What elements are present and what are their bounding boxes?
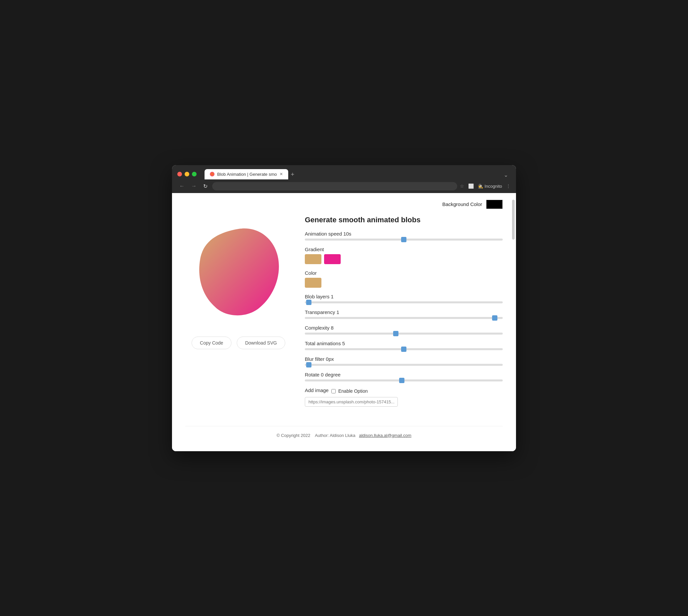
download-svg-button[interactable]: Download SVG <box>237 336 285 349</box>
transparency-slider[interactable] <box>305 317 503 319</box>
browser-tab[interactable]: Blob Animation | Generate smo ✕ <box>205 169 288 179</box>
total-animations-thumb[interactable] <box>401 347 407 352</box>
gradient-label: Gradient <box>305 246 503 252</box>
color-label: Color <box>305 270 503 276</box>
controls-area: Generate smooth animated blobs Animation… <box>305 216 503 413</box>
blob-layers-control: Blob layers 1 <box>305 294 503 303</box>
color-swatches <box>305 278 503 288</box>
complexity-control: Complexity 8 <box>305 325 503 335</box>
color-swatch[interactable] <box>305 278 321 288</box>
incognito-label: Incognito <box>484 184 502 189</box>
enable-option-checkbox[interactable] <box>331 389 336 393</box>
rotate-control: Rotate 0 degree <box>305 372 503 381</box>
blur-filter-label: Blur filter 0px <box>305 356 503 362</box>
complexity-slider[interactable] <box>305 333 503 335</box>
tab-favicon-icon <box>210 172 214 176</box>
back-button[interactable]: ← <box>177 182 187 190</box>
blob-layers-slider[interactable] <box>305 301 503 303</box>
minimize-button[interactable] <box>185 172 189 176</box>
tab-menu-icon[interactable]: ⌄ <box>501 171 511 179</box>
tabs-bar: Blob Animation | Generate smo ✕ + ⌄ <box>205 169 511 179</box>
incognito-badge: 🕵 Incognito <box>478 184 502 189</box>
browser-window: Blob Animation | Generate smo ✕ + ⌄ ← → … <box>172 165 516 451</box>
tab-close-icon[interactable]: ✕ <box>280 172 283 176</box>
bookmark-icon[interactable]: ☆ <box>460 183 464 189</box>
footer: © Copyright 2022 Author: Aldison Lluka a… <box>185 426 503 438</box>
maximize-button[interactable] <box>192 172 197 176</box>
scrollbar[interactable] <box>512 193 515 451</box>
rotate-thumb[interactable] <box>399 378 405 383</box>
add-image-control: Add image Enable Option <box>305 388 503 407</box>
author-email-link[interactable]: aldison.lluka.al@gmail.com <box>359 433 411 438</box>
url-input[interactable]: https://blobanimation.com <box>212 182 457 190</box>
complexity-thumb[interactable] <box>393 331 398 336</box>
animation-speed-slider[interactable] <box>305 239 503 241</box>
section-title: Generate smooth animated blobs <box>305 216 503 224</box>
animation-speed-label: Animation speed 10s <box>305 231 503 237</box>
forward-button[interactable]: → <box>189 182 199 190</box>
rotate-slider[interactable] <box>305 379 503 381</box>
blob-layers-label: Blob layers 1 <box>305 294 503 299</box>
animation-speed-control: Animation speed 10s <box>305 231 503 241</box>
top-bar: Background Color <box>185 200 503 209</box>
enable-option-label: Enable Option <box>338 389 368 394</box>
rotate-label: Rotate 0 degree <box>305 372 503 377</box>
title-bar: Blob Animation | Generate smo ✕ + ⌄ <box>172 165 516 179</box>
transparency-label: Transparency 1 <box>305 309 503 315</box>
gradient-color1-swatch[interactable] <box>305 254 321 264</box>
tab-title: Blob Animation | Generate smo <box>217 172 277 177</box>
author-text: Author: Aldison Lluka <box>315 433 355 438</box>
background-color-label: Background Color <box>442 201 482 207</box>
total-animations-slider[interactable] <box>305 348 503 350</box>
scrollbar-thumb[interactable] <box>512 200 515 240</box>
browser-actions: ☆ ⬜ 🕵 Incognito ⋮ <box>460 183 511 189</box>
total-animations-label: Total animations 5 <box>305 340 503 346</box>
blob-container <box>185 216 292 329</box>
browser-chrome: Blob Animation | Generate smo ✕ + ⌄ ← → … <box>172 165 516 193</box>
transparency-control: Transparency 1 <box>305 309 503 319</box>
gradient-swatches <box>305 254 503 264</box>
background-color-swatch[interactable] <box>486 200 503 209</box>
reload-button[interactable]: ↻ <box>201 182 209 190</box>
animation-speed-thumb[interactable] <box>401 237 407 242</box>
complexity-label: Complexity 8 <box>305 325 503 331</box>
new-tab-button[interactable]: + <box>288 170 297 179</box>
gradient-control: Gradient <box>305 246 503 264</box>
close-button[interactable] <box>177 172 182 176</box>
image-url-input[interactable] <box>305 397 398 407</box>
blob-layers-thumb[interactable] <box>306 300 312 305</box>
blob-preview <box>192 222 285 322</box>
total-animations-control: Total animations 5 <box>305 340 503 350</box>
copyright-text: © Copyright 2022 <box>277 433 310 438</box>
gradient-color2-swatch[interactable] <box>324 254 341 264</box>
blur-filter-control: Blur filter 0px <box>305 356 503 366</box>
page-content: Background Color <box>172 193 516 451</box>
add-image-label: Add image <box>305 388 329 393</box>
blur-filter-thumb[interactable] <box>306 362 312 368</box>
incognito-icon: 🕵 <box>478 184 483 189</box>
blob-area: Copy Code Download SVG <box>185 216 292 349</box>
split-view-icon[interactable]: ⬜ <box>468 183 474 189</box>
transparency-thumb[interactable] <box>492 315 498 321</box>
traffic-lights <box>177 172 197 176</box>
add-image-row: Add image Enable Option <box>305 388 503 395</box>
main-layout: Copy Code Download SVG Generate smooth a… <box>185 216 503 413</box>
blob-buttons: Copy Code Download SVG <box>191 336 285 349</box>
color-control: Color <box>305 270 503 288</box>
address-bar: ← → ↻ https://blobanimation.com ☆ ⬜ 🕵 In… <box>172 179 516 193</box>
more-options-icon[interactable]: ⋮ <box>506 183 511 189</box>
copy-code-button[interactable]: Copy Code <box>191 336 231 349</box>
blur-filter-slider[interactable] <box>305 364 503 366</box>
